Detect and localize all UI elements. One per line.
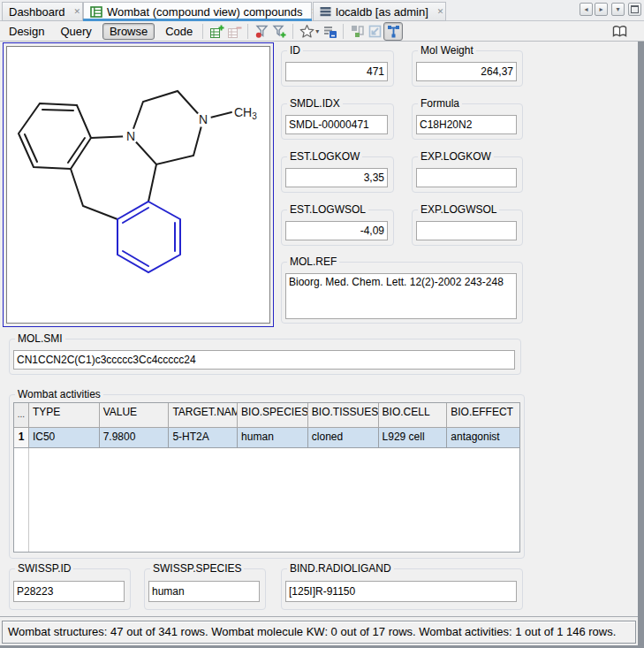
exp-logwsol-field[interactable]	[416, 221, 517, 240]
tab-dashboard[interactable]: Dashboard ✕	[2, 2, 83, 21]
cell-bio-effect[interactable]: antagonist	[447, 428, 519, 448]
toolbar: Design Query Browse Code ▾	[0, 21, 644, 42]
swissp-id-field[interactable]	[13, 581, 125, 602]
field-label: EST.LOGKOW	[287, 150, 362, 163]
nitrogen-atom-label: N	[199, 112, 208, 126]
field-group-mol-smi: MOL.SMI	[9, 339, 521, 375]
diagonal-arrow-icon[interactable]	[366, 23, 383, 40]
maximize-button[interactable]	[628, 3, 641, 16]
column-header-type[interactable]: TYPE	[29, 403, 100, 428]
cell-value[interactable]: 7.9800	[100, 428, 170, 448]
cell-target-name[interactable]: 5-HT2A	[169, 428, 238, 448]
methyl-group-label: CH3	[234, 105, 257, 121]
toolbar-separator	[202, 24, 203, 39]
formula-field[interactable]	[416, 115, 517, 134]
table-row[interactable]: 1 IC50 7.9800 5-HT2A human cloned L929 c…	[14, 428, 519, 448]
field-group-bind-radioligand: BIND.RADIOLIGAND	[281, 568, 523, 610]
tab-dashboard-close-icon[interactable]: ✕	[74, 8, 81, 16]
column-header-bio-cell[interactable]: BIO.CELL	[379, 403, 448, 428]
tab-wombat-compound-view[interactable]: Wombat (compound view) compounds ✕	[83, 2, 312, 21]
field-label: BIND.RADIOLIGAND	[287, 562, 394, 575]
book-icon[interactable]	[610, 23, 628, 40]
field-group-exp-logwsol: EXP.LOGWSOL	[412, 210, 523, 246]
tab-localdb[interactable]: localdb [as admin] ✕	[313, 2, 446, 21]
field-group-mol-ref: MOL.REF Bioorg. Med. Chem. Lett. 12(2)-2…	[281, 262, 523, 324]
field-group-swissp-species: SWISSP.SPECIES	[144, 568, 266, 610]
filter-icon[interactable]	[253, 23, 270, 40]
mol-ref-field[interactable]: Bioorg. Med. Chem. Lett. 12(2)-2002 243-…	[285, 273, 517, 319]
nav-forward-button[interactable]: ▸	[595, 3, 608, 16]
field-group-formula: Formula	[412, 103, 523, 140]
field-label: EXP.LOGWSOL	[418, 203, 499, 216]
table-corner-button[interactable]: ...	[14, 403, 29, 428]
field-label: EST.LOGWSOL	[287, 203, 368, 216]
structure-field[interactable]: N N CH3	[3, 42, 274, 327]
field-label: SWISSP.SPECIES	[150, 562, 244, 575]
row-header-column-line	[28, 448, 29, 552]
status-bar: Wombat structures: 47 out of 341 rows. W…	[2, 621, 636, 644]
window-right-edge	[638, 42, 644, 648]
bind-radioligand-field[interactable]	[285, 581, 517, 602]
cell-bio-species[interactable]: human	[238, 428, 308, 448]
tab-localdb-label: localdb [as admin]	[336, 5, 428, 19]
form-view-toggle[interactable]	[383, 22, 403, 41]
column-header-target-name[interactable]: TARGET.NAME	[169, 403, 238, 428]
field-label: SMDL.IDX	[287, 97, 343, 110]
nav-back-button[interactable]: ◂	[580, 3, 593, 16]
field-group-est-logkow: EST.LOGKOW	[281, 156, 394, 193]
star-dropdown-icon[interactable]: ▾	[315, 27, 319, 35]
tab-wombat-label: Wombat (compound view) compounds	[107, 5, 303, 19]
app-window: Dashboard ✕ Wombat (compound view) compo…	[0, 0, 644, 648]
remove-record-icon[interactable]	[225, 23, 243, 40]
field-label: SWISSP.ID	[15, 562, 73, 575]
est-logwsol-field[interactable]	[285, 221, 388, 240]
molecule-canvas: N N CH3	[6, 46, 270, 324]
form-view-icon	[386, 24, 401, 39]
nitrogen-atom-label: N	[126, 129, 135, 143]
tab-menu-button[interactable]: ▾	[611, 3, 625, 16]
toolbar-separator	[247, 24, 248, 39]
tab-localdb-close-icon[interactable]: ✕	[437, 8, 444, 16]
column-header-bio-tissuesource[interactable]: BIO.TISSUESOU	[308, 403, 379, 428]
mol-weight-field[interactable]	[416, 62, 517, 81]
wombat-activities-label: Wombat activities	[15, 388, 103, 400]
exp-logkow-field[interactable]	[416, 168, 517, 187]
layout-grid-icon[interactable]	[348, 23, 366, 40]
activities-table: ... TYPE VALUE TARGET.NAME BIO.SPECIES B…	[13, 402, 520, 553]
toolbar-separator	[292, 24, 293, 39]
table-green-icon	[90, 6, 102, 18]
saved-views-icon[interactable]	[321, 23, 338, 40]
database-list-icon	[320, 6, 331, 17]
add-filter-icon[interactable]	[270, 23, 288, 40]
field-group-mol-weight: Mol Weight	[412, 50, 523, 87]
mol-smi-field[interactable]	[13, 350, 515, 370]
design-button[interactable]: Design	[4, 24, 49, 39]
row-header[interactable]: 1	[14, 428, 29, 448]
favorites-star-icon[interactable]	[298, 23, 315, 40]
query-button[interactable]: Query	[55, 24, 96, 39]
code-button[interactable]: Code	[160, 24, 198, 39]
est-logkow-field[interactable]	[285, 168, 388, 187]
cell-bio-tissuesource[interactable]: cloned	[308, 428, 379, 448]
add-record-icon[interactable]	[208, 23, 225, 40]
window-buttons: ◂ ▸ ▾	[580, 3, 641, 16]
field-group-swissp-id: SWISSP.ID	[9, 568, 131, 610]
cell-bio-cell[interactable]: L929 cell	[379, 428, 448, 448]
field-label: Formula	[418, 97, 462, 110]
smdl-idx-field[interactable]	[285, 115, 388, 134]
wombat-activities-group: Wombat activities ... TYPE VALUE TARGET.…	[9, 394, 525, 559]
column-header-bio-effect[interactable]: BIO.EFFECT	[447, 403, 519, 428]
field-label: EXP.LOGKOW	[418, 150, 494, 163]
column-header-value[interactable]: VALUE	[100, 403, 170, 428]
field-group-id: ID	[281, 50, 394, 87]
column-header-bio-species[interactable]: BIO.SPECIES	[238, 403, 308, 428]
cell-type[interactable]: IC50	[29, 428, 100, 448]
field-label: MOL.SMI	[15, 332, 65, 345]
molecule-structure: N N CH3	[7, 47, 269, 323]
field-label: MOL.REF	[287, 255, 339, 268]
swissp-species-field[interactable]	[148, 581, 260, 602]
field-group-exp-logkow: EXP.LOGKOW	[412, 156, 523, 193]
id-field[interactable]	[285, 62, 388, 81]
status-text: Wombat structures: 47 out of 341 rows. W…	[8, 625, 616, 638]
browse-button[interactable]: Browse	[102, 23, 155, 40]
